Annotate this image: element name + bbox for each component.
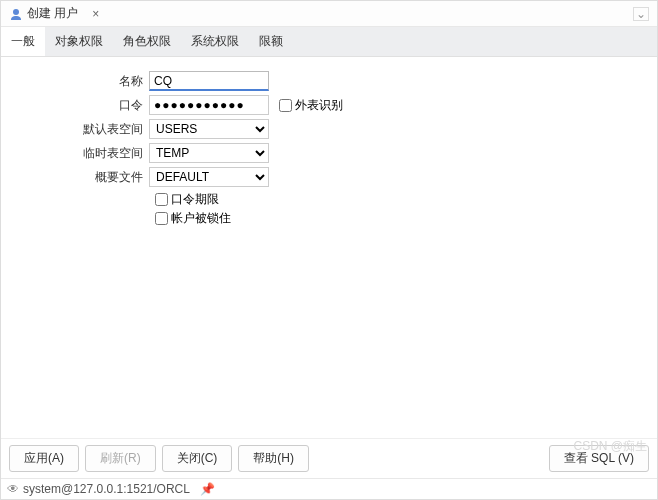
password-expire-label: 口令期限 (171, 191, 219, 208)
chevron-down-icon[interactable]: ⌄ (633, 7, 649, 21)
help-button[interactable]: 帮助(H) (238, 445, 309, 472)
temp-tablespace-select[interactable]: TEMP (149, 143, 269, 163)
tab-system-privs[interactable]: 系统权限 (181, 27, 249, 56)
profile-select[interactable]: DEFAULT (149, 167, 269, 187)
eye-icon: 👁 (7, 482, 19, 496)
external-checkbox[interactable] (279, 99, 292, 112)
password-input[interactable] (149, 95, 269, 115)
password-label: 口令 (21, 97, 149, 114)
form-area: 名称 口令 外表识别 默认表空间 USERS 临时表空间 TEMP 概要文件 D… (1, 57, 657, 438)
button-bar: 应用(A) 刷新(R) 关闭(C) 帮助(H) 查看 SQL (V) (1, 438, 657, 478)
svg-point-0 (13, 9, 19, 15)
name-input[interactable] (149, 71, 269, 91)
connection-status: system@127.0.0.1:1521/ORCL (23, 482, 190, 496)
view-sql-button[interactable]: 查看 SQL (V) (549, 445, 649, 472)
external-label: 外表识别 (295, 97, 343, 114)
tab-quotas[interactable]: 限额 (249, 27, 293, 56)
default-tablespace-label: 默认表空间 (21, 121, 149, 138)
refresh-button[interactable]: 刷新(R) (85, 445, 156, 472)
name-label: 名称 (21, 73, 149, 90)
tab-role-privs[interactable]: 角色权限 (113, 27, 181, 56)
account-locked-label: 帐户被锁住 (171, 210, 231, 227)
close-button[interactable]: 关闭(C) (162, 445, 233, 472)
status-bar: 👁 system@127.0.0.1:1521/ORCL 📌 (1, 478, 657, 499)
tab-object-privs[interactable]: 对象权限 (45, 27, 113, 56)
account-locked-checkbox[interactable] (155, 212, 168, 225)
temp-tablespace-label: 临时表空间 (21, 145, 149, 162)
title-bar: 创建 用户 × ⌄ (1, 1, 657, 27)
profile-label: 概要文件 (21, 169, 149, 186)
close-tab-icon[interactable]: × (88, 7, 103, 21)
tab-bar: 一般 对象权限 角色权限 系统权限 限额 (1, 27, 657, 57)
default-tablespace-select[interactable]: USERS (149, 119, 269, 139)
tab-general[interactable]: 一般 (1, 27, 45, 56)
apply-button[interactable]: 应用(A) (9, 445, 79, 472)
pin-icon[interactable]: 📌 (200, 482, 215, 496)
password-expire-checkbox[interactable] (155, 193, 168, 206)
window-title: 创建 用户 (27, 5, 78, 22)
user-icon (9, 7, 23, 21)
